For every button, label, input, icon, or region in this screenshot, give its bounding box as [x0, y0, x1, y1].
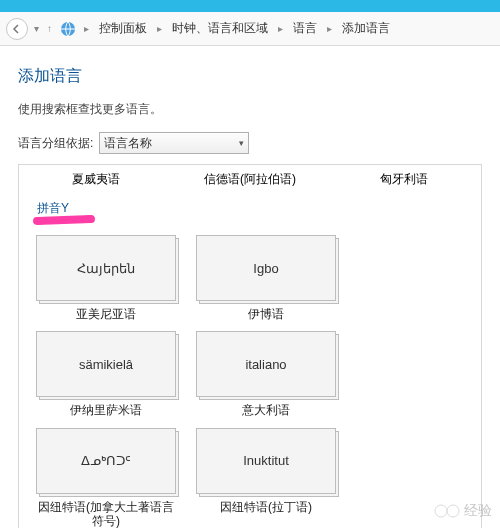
breadcrumb-bar: ▾ ↑ ▸ 控制面板 ▸ 时钟、语言和区域 ▸ 语言 ▸ 添加语言	[0, 12, 500, 46]
group-by-row: 语言分组依据: 语言名称 ▾	[18, 132, 482, 154]
tile-native-label: sämikielâ	[36, 331, 176, 397]
language-tile-armenian[interactable]: Հայերեն	[36, 235, 176, 301]
tile-caption: 亚美尼亚语	[76, 307, 136, 321]
dropdown-icon: ▾	[32, 23, 41, 34]
breadcrumb-item[interactable]: 控制面板	[95, 20, 151, 37]
breadcrumb-item[interactable]: 添加语言	[338, 20, 394, 37]
hint-text: 使用搜索框查找更多语言。	[18, 101, 482, 118]
tile-caption: 因纽特语(加拿大土著语言符号)	[33, 500, 179, 528]
language-tile-inuktitut-latin[interactable]: Inuktitut	[196, 428, 336, 494]
tile-caption: 匈牙利语	[334, 171, 474, 188]
window-titlebar	[0, 0, 500, 12]
tile-caption: 因纽特语(拉丁语)	[220, 500, 312, 514]
tile-native-label: Igbo	[196, 235, 336, 301]
chevron-right-icon: ▸	[155, 23, 164, 34]
globe-icon	[58, 19, 78, 39]
chevron-right-icon: ▸	[325, 23, 334, 34]
group-label: 拼音Y	[19, 192, 481, 219]
breadcrumb-item[interactable]: 语言	[289, 20, 321, 37]
chevron-down-icon: ▾	[239, 138, 244, 148]
tile-native-label: ᐃᓄᒃᑎᑐᑦ	[36, 428, 176, 494]
page-title: 添加语言	[18, 66, 482, 87]
tile-native-label: Հայերեն	[36, 235, 176, 301]
language-grid: 夏威夷语 信德语(阿拉伯语) 匈牙利语 拼音Y Հայերեն 亚美尼亚语 Ig…	[18, 164, 482, 528]
up-icon[interactable]: ↑	[45, 23, 54, 34]
language-tile-inari-sami[interactable]: sämikielâ	[36, 331, 176, 397]
language-tile-italian[interactable]: italiano	[196, 331, 336, 397]
tile-caption: 夏威夷语	[26, 171, 166, 188]
chevron-right-icon: ▸	[82, 23, 91, 34]
tile-caption: 信德语(阿拉伯语)	[180, 171, 320, 188]
group-by-select[interactable]: 语言名称 ▾	[99, 132, 249, 154]
back-button[interactable]	[6, 18, 28, 40]
breadcrumb-item[interactable]: 时钟、语言和区域	[168, 20, 272, 37]
tile-native-label: Inuktitut	[196, 428, 336, 494]
language-tile-igbo[interactable]: Igbo	[196, 235, 336, 301]
language-tile-inuktitut-syllabics[interactable]: ᐃᓄᒃᑎᑐᑦ	[36, 428, 176, 494]
tile-grid: Հայերեն 亚美尼亚语 Igbo 伊博语 sämikielâ 伊纳里萨米语	[19, 219, 481, 528]
tile-caption: 意大利语	[242, 403, 290, 417]
content-area: 添加语言 使用搜索框查找更多语言。 语言分组依据: 语言名称 ▾ 夏威夷语 信德…	[0, 46, 500, 528]
previous-group-captions: 夏威夷语 信德语(阿拉伯语) 匈牙利语	[19, 165, 481, 192]
tile-native-label: italiano	[196, 331, 336, 397]
select-value: 语言名称	[104, 135, 152, 152]
tile-caption: 伊纳里萨米语	[70, 403, 142, 417]
chevron-right-icon: ▸	[276, 23, 285, 34]
tile-caption: 伊博语	[248, 307, 284, 321]
group-by-label: 语言分组依据:	[18, 135, 93, 152]
